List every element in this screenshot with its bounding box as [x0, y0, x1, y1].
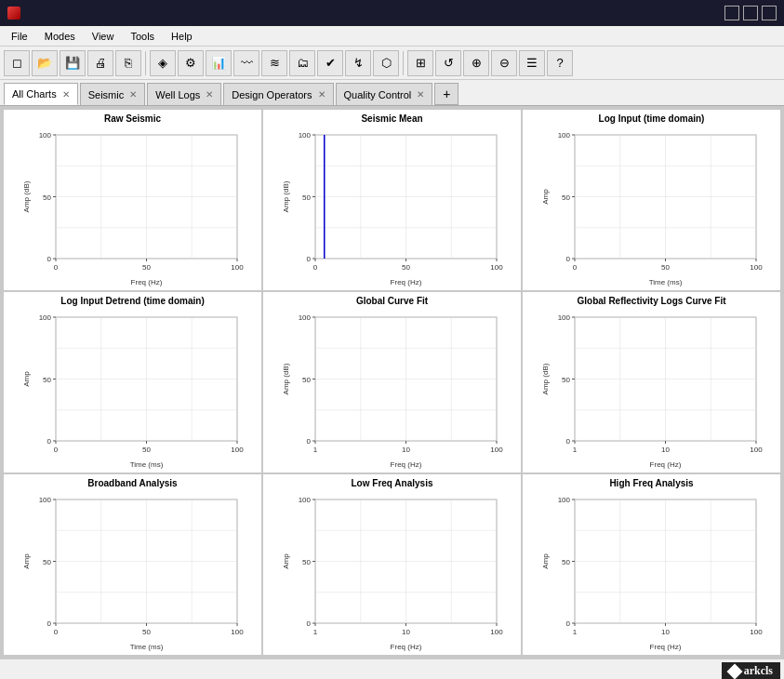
svg-text:Amp (dB): Amp (dB) [22, 180, 31, 212]
check-btn[interactable]: ✔ [317, 50, 343, 76]
close-button[interactable] [762, 6, 777, 20]
chart-title-8: High Freq Analysis [609, 478, 693, 488]
chart-btn[interactable]: 📊 [206, 50, 232, 76]
svg-text:1: 1 [573, 628, 578, 636]
titlebar [0, 0, 784, 26]
svg-text:Freq (Hz): Freq (Hz) [391, 460, 422, 469]
menu-item-tools[interactable]: Tools [123, 29, 162, 44]
well-btn[interactable]: 🗂 [289, 50, 315, 76]
tab-label: All Charts [12, 88, 57, 100]
svg-text:0: 0 [47, 437, 52, 446]
menu-item-file[interactable]: File [4, 29, 35, 44]
logo-diamond-icon [726, 663, 742, 679]
svg-text:Amp: Amp [22, 553, 31, 569]
svg-text:Amp (dB): Amp (dB) [541, 363, 550, 394]
tab-quality-control[interactable]: Quality Control✕ [336, 83, 433, 105]
svg-text:100: 100 [490, 628, 503, 636]
help-btn[interactable]: ? [547, 50, 573, 76]
charts-grid: Raw Seismic050100050100Amp (dB)Freq (Hz)… [0, 106, 784, 659]
svg-text:0: 0 [307, 437, 312, 446]
chart-title-5: Global Reflectivity Logs Curve Fit [577, 296, 725, 306]
tab-design-operators[interactable]: Design Operators✕ [223, 83, 333, 105]
print-btn[interactable]: 🖨 [87, 50, 113, 76]
chart-svg-7: 050100110100AmpFreq (Hz) [278, 490, 506, 653]
svg-text:Time (ms): Time (ms) [649, 278, 683, 286]
svg-text:100: 100 [231, 628, 244, 636]
svg-text:100: 100 [299, 131, 312, 140]
svg-text:50: 50 [142, 263, 151, 272]
add-tab-button[interactable]: + [434, 83, 458, 105]
sep1 [145, 51, 146, 75]
plot-btn[interactable]: ◈ [150, 50, 176, 76]
svg-text:100: 100 [750, 628, 763, 636]
menu-item-view[interactable]: View [85, 29, 122, 44]
chart-svg-8: 050100110100AmpFreq (Hz) [538, 490, 765, 653]
svg-text:0: 0 [313, 263, 318, 272]
svg-text:100: 100 [299, 496, 312, 504]
svg-text:10: 10 [402, 628, 410, 636]
chart-title-3: Log Input Detrend (time domain) [60, 296, 204, 306]
svg-text:100: 100 [39, 496, 52, 504]
svg-text:Time (ms): Time (ms) [130, 643, 164, 651]
svg-text:100: 100 [490, 263, 503, 272]
tab-seismic[interactable]: Seismic✕ [80, 83, 146, 105]
tab-close-icon[interactable]: ✕ [318, 89, 326, 100]
tab-close-icon[interactable]: ✕ [62, 89, 70, 100]
svg-text:100: 100 [299, 313, 312, 322]
menu-item-help[interactable]: Help [164, 29, 200, 44]
svg-text:100: 100 [558, 313, 571, 322]
svg-text:100: 100 [750, 446, 763, 454]
open-btn[interactable]: 📂 [32, 50, 58, 76]
svg-text:0: 0 [566, 437, 571, 446]
freq-btn[interactable]: ≋ [261, 50, 287, 76]
svg-text:0: 0 [54, 446, 59, 454]
svg-text:0: 0 [47, 619, 52, 628]
zoom-out-btn[interactable]: ⊖ [491, 50, 517, 76]
wave-btn[interactable]: 〰 [233, 50, 259, 76]
svg-text:0: 0 [47, 255, 52, 263]
tool2-btn[interactable]: ↯ [345, 50, 371, 76]
svg-text:Time (ms): Time (ms) [130, 460, 164, 469]
grid-btn[interactable]: ⊞ [407, 50, 433, 76]
titlebar-controls [724, 6, 777, 20]
chart-panel-8: High Freq Analysis050100110100AmpFreq (H… [523, 474, 780, 655]
svg-text:100: 100 [558, 496, 571, 504]
logo-text: arkcls [744, 664, 773, 678]
sep2 [403, 51, 404, 75]
chart-title-6: Broadband Analysis [87, 478, 177, 488]
chart-title-7: Low Freq Analysis [352, 478, 433, 488]
save-btn[interactable]: 💾 [60, 50, 86, 76]
copy-btn[interactable]: ⎘ [115, 50, 141, 76]
tab-close-icon[interactable]: ✕ [206, 89, 213, 100]
content-area[interactable]: Raw Seismic050100050100Amp (dB)Freq (Hz)… [0, 106, 784, 679]
settings-btn[interactable]: ⚙ [178, 50, 204, 76]
svg-text:50: 50 [562, 376, 570, 384]
box-btn[interactable]: ⬡ [373, 50, 399, 76]
tab-label: Well Logs [155, 89, 200, 100]
tab-label: Seismic [88, 89, 125, 100]
app-icon [7, 7, 20, 20]
tab-label: Design Operators [232, 89, 312, 100]
chart-svg-1: 050100050100Amp (dB)Freq (Hz) [278, 126, 506, 288]
new-btn[interactable]: ◻ [4, 50, 30, 76]
chart-panel-6: Broadband Analysis050100050100AmpTime (m… [4, 474, 261, 655]
minimize-button[interactable] [724, 6, 739, 20]
chart-panel-3: Log Input Detrend (time domain)050100050… [4, 292, 261, 473]
chart-panel-2: Log Input (time domain)050100050100AmpTi… [523, 110, 780, 290]
tab-close-icon[interactable]: ✕ [417, 89, 424, 100]
zoom-in-btn[interactable]: ⊕ [463, 50, 489, 76]
tab-well-logs[interactable]: Well Logs✕ [147, 83, 221, 105]
svg-text:Amp: Amp [282, 553, 290, 569]
tab-all-charts[interactable]: All Charts✕ [4, 83, 78, 105]
layers-btn[interactable]: ☰ [519, 50, 545, 76]
refresh-btn[interactable]: ↺ [435, 50, 461, 76]
tabbar: All Charts✕Seismic✕Well Logs✕Design Oper… [0, 80, 784, 106]
chart-panel-7: Low Freq Analysis050100110100AmpFreq (Hz… [263, 474, 521, 655]
svg-text:50: 50 [43, 376, 51, 384]
svg-text:1: 1 [313, 628, 318, 636]
svg-text:Freq (Hz): Freq (Hz) [391, 278, 422, 286]
svg-text:50: 50 [562, 193, 570, 202]
maximize-button[interactable] [743, 6, 758, 20]
menu-item-modes[interactable]: Modes [37, 29, 83, 44]
tab-close-icon[interactable]: ✕ [129, 89, 137, 100]
